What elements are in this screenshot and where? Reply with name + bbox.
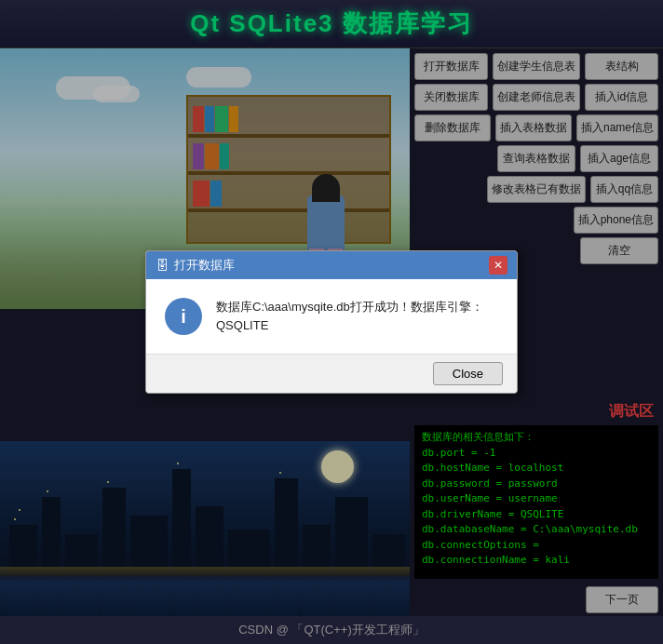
modal-titlebar: 🗄 打开数据库 ✕ [146, 251, 517, 279]
modal-close-btn[interactable]: Close [433, 362, 503, 385]
modal-dialog: 🗄 打开数据库 ✕ i 数据库C:\aaa\mysqite.db打开成功！数据库… [145, 250, 518, 394]
modal-message: 数据库C:\aaa\mysqite.db打开成功！数据库引擎： QSQLITE [216, 298, 498, 334]
modal-info-icon: i [165, 298, 202, 335]
modal-close-button[interactable]: ✕ [489, 256, 507, 275]
modal-window-icon: 🗄 [156, 258, 169, 273]
modal-overlay: 🗄 打开数据库 ✕ i 数据库C:\aaa\mysqite.db打开成功！数据库… [0, 0, 663, 644]
modal-footer: Close [146, 354, 517, 393]
modal-titlebar-left: 🗄 打开数据库 [156, 257, 235, 274]
modal-title: 打开数据库 [174, 257, 235, 274]
modal-body: i 数据库C:\aaa\mysqite.db打开成功！数据库引擎： QSQLIT… [146, 279, 517, 354]
